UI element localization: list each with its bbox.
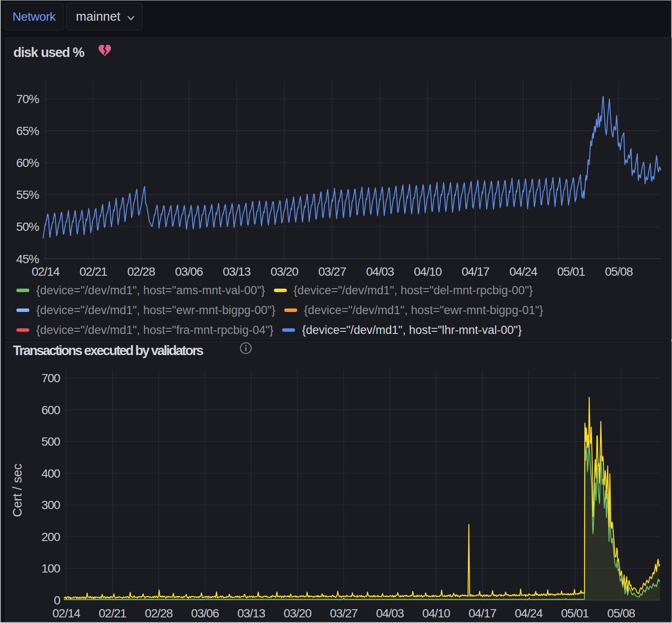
- svg-text:02/28: 02/28: [145, 607, 173, 620]
- svg-text:05/01: 05/01: [557, 265, 585, 278]
- svg-text:04/24: 04/24: [515, 607, 543, 620]
- svg-text:100: 100: [41, 562, 60, 575]
- svg-text:03/27: 03/27: [330, 607, 358, 620]
- svg-text:03/20: 03/20: [283, 607, 311, 620]
- svg-text:500: 500: [41, 435, 60, 448]
- svg-text:03/13: 03/13: [223, 265, 251, 278]
- svg-text:700: 700: [41, 371, 60, 385]
- svg-text:04/03: 04/03: [366, 265, 394, 278]
- svg-text:05/08: 05/08: [607, 607, 635, 620]
- svg-text:50%: 50%: [16, 220, 39, 233]
- svg-text:05/01: 05/01: [561, 607, 589, 620]
- svg-text:03/06: 03/06: [175, 265, 203, 278]
- svg-text:02/21: 02/21: [79, 265, 107, 278]
- svg-text:02/28: 02/28: [127, 265, 155, 278]
- svg-text:04/17: 04/17: [468, 607, 496, 620]
- svg-text:400: 400: [41, 467, 60, 480]
- svg-text:04/24: 04/24: [509, 265, 537, 278]
- svg-text:55%: 55%: [16, 188, 39, 201]
- svg-text:04/10: 04/10: [414, 265, 442, 278]
- svg-text:02/21: 02/21: [99, 607, 127, 620]
- svg-text:03/27: 03/27: [318, 265, 346, 278]
- svg-text:04/10: 04/10: [422, 607, 450, 620]
- svg-text:600: 600: [41, 403, 60, 417]
- svg-text:03/13: 03/13: [237, 607, 265, 620]
- svg-text:45%: 45%: [16, 252, 39, 266]
- svg-text:05/08: 05/08: [605, 265, 633, 278]
- svg-text:300: 300: [41, 498, 60, 512]
- svg-text:02/14: 02/14: [52, 607, 80, 620]
- svg-text:60%: 60%: [16, 156, 39, 170]
- svg-text:200: 200: [41, 530, 60, 544]
- svg-text:70%: 70%: [16, 92, 39, 106]
- svg-text:03/20: 03/20: [270, 265, 298, 278]
- svg-text:04/17: 04/17: [462, 265, 490, 278]
- svg-text:65%: 65%: [16, 124, 39, 138]
- svg-text:03/06: 03/06: [191, 607, 219, 620]
- svg-text:04/03: 04/03: [376, 607, 404, 620]
- svg-text:02/14: 02/14: [31, 265, 60, 278]
- svg-text:0: 0: [54, 594, 60, 607]
